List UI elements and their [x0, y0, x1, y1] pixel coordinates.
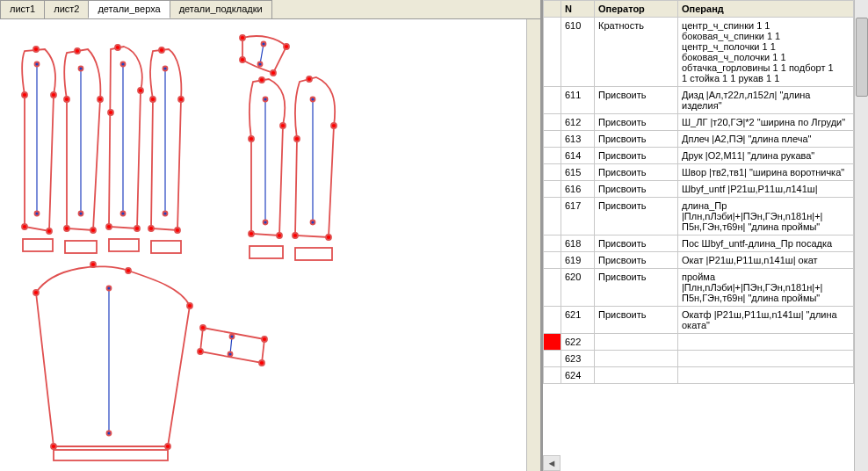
cell-operator: [595, 351, 678, 367]
table-row[interactable]: 614ПрисвоитьДрук |О2,М11| "длина рукава": [544, 148, 854, 164]
svg-point-15: [79, 67, 83, 71]
svg-point-35: [271, 70, 276, 76]
svg-point-9: [75, 48, 80, 54]
svg-point-19: [138, 88, 143, 93]
table-row[interactable]: 610Кратностьцентр_ч_спинки 1 1 боковая_ч…: [544, 18, 854, 87]
row-marker: [544, 236, 561, 252]
cell-operand: [678, 367, 854, 384]
svg-point-27: [178, 97, 184, 102]
col-operand: Операнд: [678, 1, 854, 18]
svg-point-74: [259, 360, 264, 366]
svg-point-4: [22, 224, 27, 229]
table-row[interactable]: 623: [544, 351, 854, 367]
cell-n: 614: [561, 148, 595, 164]
row-marker: [544, 269, 561, 307]
table-row[interactable]: 621ПрисвоитьОкатф |Р21ш,Р11ш,n141ш| "дли…: [544, 307, 854, 334]
svg-point-43: [249, 231, 254, 236]
svg-point-55: [311, 221, 315, 225]
svg-point-1: [33, 47, 39, 52]
svg-point-25: [159, 47, 164, 53]
cell-operator: Присвоить: [595, 252, 678, 269]
svg-point-62: [33, 290, 39, 295]
svg-rect-61: [295, 248, 332, 260]
col-n: N: [561, 1, 595, 18]
table-row[interactable]: 624: [544, 367, 854, 384]
svg-rect-60: [250, 246, 283, 258]
cell-operand: [678, 351, 854, 367]
cell-n: 610: [561, 18, 595, 87]
table-row[interactable]: 622: [544, 334, 854, 351]
svg-point-7: [35, 62, 40, 67]
svg-point-51: [293, 233, 298, 238]
tab-list1[interactable]: лист1: [0, 0, 45, 18]
svg-rect-59: [151, 241, 181, 253]
svg-point-69: [107, 286, 112, 291]
svg-point-29: [175, 228, 180, 233]
svg-point-31: [163, 67, 168, 71]
cell-operator: [595, 334, 678, 351]
svg-point-10: [64, 97, 69, 102]
svg-point-42: [280, 123, 286, 128]
svg-point-49: [294, 136, 300, 141]
cell-operator: [595, 367, 678, 384]
svg-point-33: [240, 35, 245, 40]
svg-point-8: [35, 212, 40, 216]
svg-point-41: [249, 136, 254, 141]
script-table[interactable]: N Оператор Операнд 610Кратностьцентр_ч_с…: [543, 0, 854, 384]
svg-point-17: [115, 45, 120, 50]
pattern-canvas[interactable]: [0, 19, 540, 471]
row-marker: [544, 307, 561, 334]
cell-operator: Кратность: [595, 18, 678, 87]
row-marker: [544, 148, 561, 164]
cell-operand: Дплеч |А2,ПЭ| "длина плеча": [678, 131, 854, 148]
tab-list2[interactable]: лист2: [44, 0, 89, 18]
cell-n: 617: [561, 198, 595, 236]
row-marker: [544, 198, 561, 236]
left-scrollbar[interactable]: [526, 19, 540, 471]
col-operator: Оператор: [595, 1, 678, 18]
svg-point-75: [198, 349, 203, 354]
svg-rect-58: [109, 239, 139, 251]
svg-point-77: [230, 335, 235, 339]
table-row[interactable]: 619ПрисвоитьОкат |Р21ш,Р11ш,n141ш| окат: [544, 252, 854, 269]
svg-point-39: [258, 62, 263, 67]
cell-n: 615: [561, 164, 595, 181]
right-scrollbar[interactable]: [854, 0, 868, 471]
table-row[interactable]: 617Присвоитьдлина_Пр |Плн,nЛэби|+|ПЭн,ГЭ…: [544, 198, 854, 236]
cell-operand: Друк |О2,М11| "длина рукава": [678, 148, 854, 164]
row-marker: [544, 252, 561, 269]
cell-operator: Присвоить: [595, 198, 678, 236]
table-row[interactable]: 616ПрисвоитьШbуf_untf |Р21ш,Р11ш,л141ш|: [544, 181, 854, 198]
svg-point-12: [64, 226, 69, 231]
table-row[interactable]: 618ПрисвоитьПос Шbуf_untf-длина_Пр посад…: [544, 236, 854, 252]
cell-operand: Окатф |Р21ш,Р11ш,n141ш| "длина оката": [678, 307, 854, 334]
cell-operand: Швор |тв2,тв1| "ширина воротничка": [678, 164, 854, 181]
svg-point-38: [262, 42, 266, 47]
cell-operand: Окат |Р21ш,Р11ш,n141ш| окат: [678, 252, 854, 269]
table-row[interactable]: 620Присвоитьпройма |Плн,nЛэби|+|ПЭн,ГЭн,…: [544, 269, 854, 307]
cell-operator: Присвоить: [595, 181, 678, 198]
table-row[interactable]: 615ПрисвоитьШвор |тв2,тв1| "ширина ворот…: [544, 164, 854, 181]
cell-operator: Присвоить: [595, 131, 678, 148]
svg-point-16: [79, 212, 83, 216]
svg-point-36: [240, 57, 245, 62]
table-row[interactable]: 613ПрисвоитьДплеч |А2,ПЭ| "длина плеча": [544, 131, 854, 148]
cell-operator: Присвоить: [595, 269, 678, 307]
cell-n: 623: [561, 351, 595, 367]
cell-n: 613: [561, 131, 595, 148]
svg-point-3: [51, 92, 56, 98]
svg-point-48: [307, 76, 312, 82]
cell-n: 621: [561, 307, 595, 334]
cell-n: 618: [561, 236, 595, 252]
cell-operator: Присвоить: [595, 148, 678, 164]
svg-point-5: [47, 228, 52, 234]
tab-detali-verha[interactable]: детали_верха: [88, 0, 170, 18]
nav-arrow-left-icon[interactable]: ◄: [543, 455, 561, 471]
svg-point-40: [259, 77, 264, 83]
scroll-thumb[interactable]: [856, 18, 868, 97]
table-row[interactable]: 611ПрисвоитьДизд |Ал,т22л,л152л| "длина …: [544, 87, 854, 114]
cell-n: 612: [561, 114, 595, 131]
tab-detali-podkladki[interactable]: детали_подкладки: [170, 0, 272, 18]
table-row[interactable]: 612ПрисвоитьШ_ЛГ |т20,ГЭ|*2 "ширина по Л…: [544, 114, 854, 131]
cell-n: 620: [561, 269, 595, 307]
